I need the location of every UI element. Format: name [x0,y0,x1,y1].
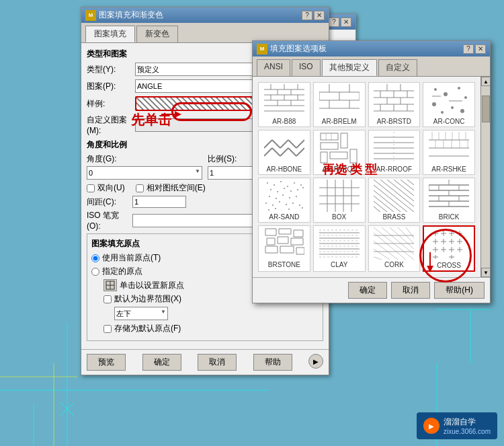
svg-point-59 [458,87,460,89]
svg-point-128 [272,205,274,206]
pattern-preview-ar-brelm [319,84,360,116]
svg-point-62 [451,106,454,109]
pattern-preview-cross [429,228,469,260]
angle-select[interactable]: 0 [87,166,202,180]
ar-parq1-svg [319,132,360,164]
pattern-name-cork: CORK [384,261,404,268]
svg-rect-67 [264,132,304,164]
pattern-dialog-buttons: 确定 取消 帮助(H) [253,277,490,303]
tab-ansi[interactable]: ANSI [257,59,290,76]
pattern-cancel-btn[interactable]: 取消 [391,282,430,299]
ar-hbone-svg [264,132,304,164]
watermark-line2: zixue.3066.com [444,428,491,435]
pattern-item-brstone[interactable]: BRSTONE [258,225,310,272]
specified-origin-radio[interactable] [91,268,99,276]
svg-rect-78 [319,132,360,164]
box-svg [319,180,360,212]
pattern-close-btn[interactable]: ✕ [475,44,486,54]
pattern-item-ar-hbone[interactable]: AR-HBONE [258,130,310,175]
use-current-radio[interactable] [91,254,99,262]
store-default-checkbox[interactable] [103,325,112,333]
svg-rect-109 [264,180,304,212]
pattern-ok-btn[interactable]: 确定 [348,282,387,299]
pattern-item-ar-parq1[interactable]: AR-PARQ1 [313,130,366,175]
svg-rect-206 [429,228,469,260]
pattern-item-brick[interactable]: BRICK [423,178,475,223]
pattern-item-brass[interactable]: BRASS [368,178,421,223]
ok-btn[interactable]: 确定 [142,354,181,371]
svg-point-130 [286,204,287,205]
tab-gradient[interactable]: 新变色 [136,26,178,42]
spacing-input[interactable] [132,196,186,208]
set-origin-icon-btn[interactable] [103,279,117,291]
preview-btn[interactable]: 预览 [87,354,126,371]
pattern-item-ar-rroof[interactable]: AR-RROOF [368,130,421,175]
scroll-down-btn[interactable]: ▼ [481,268,491,277]
position-select-container[interactable]: 左下 [114,307,168,320]
svg-point-117 [277,191,278,192]
position-select[interactable]: 左下 [114,307,168,320]
border-close-btn[interactable]: ✕ [341,17,351,27]
pattern-item-ar-b88[interactable]: AR-B88 [258,82,310,127]
relative-row: 相对图纸空间(E) [136,182,206,194]
ar-brstd-svg [374,84,414,116]
arrow-btn[interactable]: ▶ [308,354,323,369]
border-help-btn[interactable]: ? [329,17,339,27]
pattern-dialog-titlebar: M 填充图案选项板 ? ✕ [253,41,490,57]
pattern-dialog-icon: M [257,44,267,54]
custom-label: 自定义图案(M): [87,114,132,135]
pattern-scrollbar: ▲ ▼ [480,77,490,277]
pattern-item-cross[interactable]: CROSS [423,225,475,272]
svg-point-112 [280,181,282,182]
help-btn[interactable]: 帮助 [253,354,292,371]
scroll-thumb[interactable] [482,96,490,122]
cork-svg [374,227,414,260]
svg-point-63 [460,109,464,113]
svg-point-60 [464,96,467,99]
svg-rect-41 [374,84,414,116]
scroll-up-btn[interactable]: ▲ [481,77,491,86]
tab-pattern-fill[interactable]: 图案填充 [85,26,135,42]
svg-point-111 [274,184,275,186]
pattern-item-box[interactable]: BOX [313,178,366,223]
svg-point-120 [297,189,298,190]
relative-label: 相对图纸空间(E) [146,182,206,194]
pattern-help-btn2[interactable]: 帮助(H) [434,282,485,299]
svg-point-135 [288,209,290,210]
pattern-item-ar-brelm[interactable]: AR-BRELM [313,82,366,127]
pattern-name-ar-rshke: AR-RSHKE [431,165,466,173]
pattern-item-clay[interactable]: CLAY [313,225,366,272]
pattern-item-ar-brstd[interactable]: AR-BRSTD [368,82,421,127]
main-help-btn[interactable]: ? [302,11,312,20]
cross-svg [429,228,469,260]
pattern-tabs: ANSI ISO 其他预定义 自定义 [253,57,490,77]
tab-custom[interactable]: 自定义 [378,59,417,76]
double-dir-label: 双向(U) [97,182,125,194]
pattern-preview-brass [374,180,414,212]
pattern-preview-clay [319,227,360,260]
pattern-item-ar-sand[interactable]: AR-SAND [258,178,310,223]
pattern-name-brstone: BRSTONE [268,261,300,268]
svg-point-132 [299,205,300,206]
double-dir-checkbox[interactable] [87,184,95,192]
svg-point-64 [441,111,444,114]
pattern-item-ar-rshke[interactable]: AR-RSHKE [423,130,475,175]
pattern-help-btn[interactable]: ? [463,44,474,54]
pattern-dialog-title: 填充图案选项板 [270,43,327,54]
watermark-line1: 溜溜自学 [444,416,491,428]
tab-iso[interactable]: ISO [292,59,321,76]
pattern-item-cork[interactable]: CORK [368,225,421,272]
svg-point-113 [287,186,288,187]
svg-point-110 [267,182,268,184]
main-dialog-icon: M [85,10,96,21]
pattern-item-ar-conc[interactable]: AR-CONC [423,82,475,127]
angle-select-wrapper[interactable]: 0 [87,166,202,180]
relative-checkbox[interactable] [136,184,144,192]
main-close-btn[interactable]: ✕ [314,11,325,20]
main-bottom-buttons: 预览 确定 取消 帮助 ▶ [81,349,329,375]
pattern-preview-ar-conc [429,84,469,116]
tab-other-predefined[interactable]: 其他预定义 [322,59,377,76]
cancel-btn[interactable]: 取消 [198,354,237,371]
default-boundary-checkbox[interactable] [103,295,112,303]
pattern-preview-cork [374,227,414,260]
